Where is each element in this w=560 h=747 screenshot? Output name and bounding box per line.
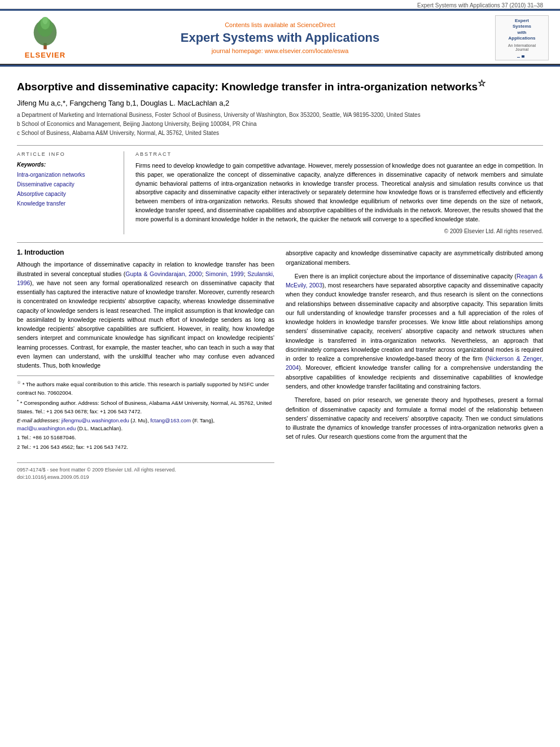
svg-rect-7 [522, 55, 524, 58]
affiliations: a Department of Marketing and Internatio… [17, 111, 543, 137]
keyword-4: Knowledge transfer [17, 199, 116, 208]
body-left-col: 1. Introduction Although the importance … [17, 248, 274, 482]
email-link-2[interactable]: fctang@163.com [150, 417, 191, 423]
ref-nickerson: Nickerson & Zenger, 2004 [286, 355, 543, 371]
journal-citation: Expert Systems with Applications 37 (201… [417, 2, 543, 8]
right-para3: Therefore, based on prior research, we g… [286, 395, 543, 441]
email-link-3[interactable]: macl@u.washington.edu [17, 425, 76, 431]
elsevier-logo-area: ELSEVIER [11, 17, 79, 59]
abstract-header: ABSTRACT [135, 151, 543, 157]
ref-gupta: Gupta & Govindarajan, 2000 [125, 270, 202, 277]
footer-issn: 0957-4174/$ - see front matter © 2009 El… [17, 466, 274, 474]
journal-header: ELSEVIER Contents lists available at Sci… [0, 11, 560, 65]
footer-doi: doi:10.1016/j.eswa.2009.05.019 [17, 474, 274, 482]
article-info-header: ARTICLE INFO [17, 151, 116, 157]
footnote-corresponding: * * Corresponding author. Address: Schoo… [17, 398, 274, 416]
intro-text: Although the importance of disseminative… [17, 260, 274, 370]
keywords-label: Keywords: [17, 161, 116, 168]
section1-title: 1. Introduction [17, 248, 274, 256]
footnote-1: 1 Tel.: +86 10 51687046. [17, 434, 274, 442]
keyword-1: Intra-organization networks [17, 170, 116, 180]
elsevier-tree-icon [28, 17, 62, 51]
copyright: © 2009 Elsevier Ltd. All rights reserved… [135, 228, 543, 234]
intro-para1: Although the importance of disseminative… [17, 260, 274, 370]
journal-homepage: journal homepage: www.elsevier.com/locat… [85, 47, 475, 54]
keywords-list: Intra-organization networks Disseminativ… [17, 170, 116, 208]
footnotes-section: ☆ * The authors make equal contribution … [17, 375, 274, 451]
affiliation-b: b School of Economics and Management, Be… [17, 120, 543, 128]
journal-header-bar: Expert Systems with Applications 37 (201… [0, 0, 560, 9]
article-info-abstract: ARTICLE INFO Keywords: Intra-organizatio… [17, 145, 543, 234]
svg-point-4 [42, 17, 47, 24]
abstract-paragraph: Firms need to develop knowledge to gain … [135, 161, 543, 224]
right-col-text: absorptive capacity and knowledge dissem… [286, 248, 543, 441]
keyword-2: Disseminative capacity [17, 180, 116, 189]
footer: 0957-4174/$ - see front matter © 2009 El… [17, 462, 274, 482]
footnote-star-text: ☆ * The authors make equal contribution … [17, 379, 274, 397]
body-content: 1. Introduction Although the importance … [17, 242, 543, 482]
footnote-2: 2 Tel.: +1 206 543 4562; fax: +1 206 543… [17, 443, 274, 451]
abstract-text: Firms need to develop knowledge to gain … [135, 161, 543, 224]
chart-icon [511, 54, 533, 58]
email-link-1[interactable]: jifengmu@u.washington.edu [62, 417, 129, 423]
journal-title-main: Expert Systems with Applications [85, 30, 475, 45]
journal-header-center: Contents lists available at ScienceDirec… [79, 21, 481, 54]
svg-rect-6 [517, 57, 520, 58]
affiliation-c: c School of Business, Alabama A&M Univer… [17, 129, 543, 137]
body-right-col: absorptive capacity and knowledge dissem… [286, 248, 543, 482]
article-info-col: ARTICLE INFO Keywords: Intra-organizatio… [17, 151, 124, 234]
abstract-col: ABSTRACT Firms need to develop knowledge… [135, 151, 543, 234]
authors-line: Jifeng Mu a,c,*, Fangcheng Tang b,1, Dou… [17, 99, 543, 107]
page: Expert Systems with Applications 37 (201… [0, 0, 560, 747]
science-direct-link: Contents lists available at ScienceDirec… [85, 21, 475, 28]
right-para2: Even there is an implicit conjecture abo… [286, 272, 543, 391]
affiliation-a: a Department of Marketing and Internatio… [17, 111, 543, 119]
journal-logo-right: ExpertSystemswithApplications An Interna… [481, 15, 549, 60]
journal-logo-box: ExpertSystemswithApplications An Interna… [495, 15, 549, 60]
keyword-3: Absorptive capacity [17, 189, 116, 199]
article-title: Absorptive and disseminative capacity: K… [17, 78, 543, 94]
ref-reagan: Reagan & McEvily, 2003 [286, 273, 543, 289]
elsevier-text: ELSEVIER [25, 51, 65, 59]
ref-simonin: Simonin, 1999 [205, 270, 244, 277]
footnote-emails: E-mail addresses: jifengmu@u.washington.… [17, 417, 274, 433]
right-para1: absorptive capacity and knowledge dissem… [286, 248, 543, 267]
article-content: Absorptive and disseminative capacity: K… [0, 67, 560, 493]
elsevier-logo: ELSEVIER [25, 17, 65, 59]
title-footnote-star: ☆ [478, 78, 485, 88]
